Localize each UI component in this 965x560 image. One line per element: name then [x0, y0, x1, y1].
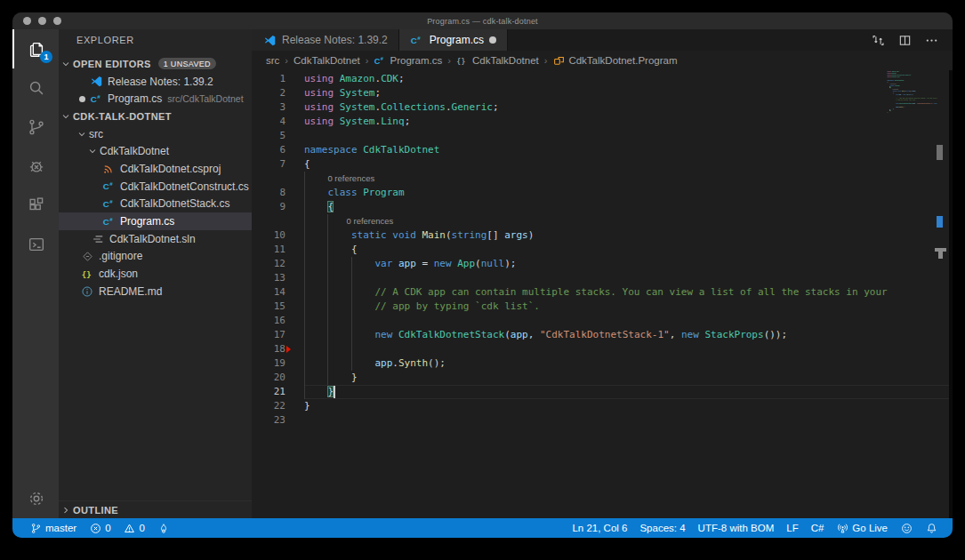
code-line-19[interactable]: 19app.Synth(); — [252, 356, 953, 371]
svg-text:#: # — [109, 216, 113, 221]
workspace-root-header[interactable]: CDK-TALK-DOTNET — [59, 108, 252, 125]
code-line-13[interactable]: 13 — [252, 271, 953, 285]
tree-file-cdktalkdotnet-csproj[interactable]: CdkTalkDotnet.csproj — [59, 160, 252, 178]
file-label: README.md — [99, 285, 162, 298]
tree-file-program-cs[interactable]: C#Program.cs — [59, 212, 252, 230]
vscode-logo-icon — [89, 75, 103, 89]
code-line-7[interactable]: 7{ — [252, 157, 953, 172]
outline-section-header[interactable]: OUTLINE — [59, 500, 252, 518]
split-editor-button[interactable] — [897, 33, 912, 47]
code-line-17[interactable]: 17new CdkTalkDotnetStack(app, "CdkTalkDo… — [252, 328, 953, 342]
svg-text:C: C — [102, 217, 109, 227]
tree-file-cdktalkdotnet-sln[interactable]: CdkTalkDotnet.sln — [59, 230, 252, 248]
file-label: CdkTalkDotnet.csproj — [120, 163, 221, 175]
status-git-branch[interactable]: master — [23, 518, 83, 538]
folder-label: src — [89, 128, 103, 140]
minimize-window-button[interactable] — [38, 17, 46, 25]
status-warnings[interactable]: 0 — [117, 518, 151, 538]
breadcrumb-item[interactable]: CdkTalkDotnet.Program — [552, 54, 677, 67]
code-line-6[interactable]: 6namespace CdkTalkDotnet — [252, 143, 953, 157]
dirty-indicator[interactable] — [489, 36, 496, 44]
status-feedback[interactable] — [894, 518, 919, 538]
code-line-18[interactable]: 18 — [252, 342, 953, 356]
line-content: } — [304, 399, 953, 413]
code-line-10[interactable]: 10static void Main(string[] args) — [252, 228, 953, 243]
code-line-16[interactable]: 16 — [252, 314, 953, 328]
line-content: app.Synth(); — [304, 356, 953, 371]
csproj-icon — [101, 162, 116, 176]
unsaved-badge: 1 UNSAVED — [158, 58, 216, 69]
code-line-5[interactable]: 5 — [252, 129, 953, 143]
status-flame[interactable] — [151, 518, 176, 538]
breadcrumb-item[interactable]: {}CdkTalkDotnet — [456, 54, 539, 67]
status-label: Ln 21, Col 6 — [572, 523, 627, 533]
activity-bar-item-explorer[interactable]: 1 — [12, 29, 59, 68]
code-line-20[interactable]: 20} — [252, 371, 953, 385]
tree-folder-src[interactable]: src — [59, 125, 252, 143]
breadcrumb-item[interactable]: CdkTalkDotnet — [294, 55, 360, 66]
code-line-4[interactable]: 4using System.Linq; — [252, 115, 953, 129]
status-label: LF — [786, 523, 798, 533]
overview-ruler[interactable] — [935, 70, 949, 518]
tab-label: Program.cs — [430, 34, 484, 46]
status-encoding[interactable]: UTF-8 with BOM — [692, 518, 781, 538]
codelens-row: 0 references — [252, 172, 953, 186]
status-label: Spaces: 4 — [639, 523, 685, 533]
code-line-1[interactable]: 1using Amazon.CDK; — [252, 72, 953, 86]
code-line-8[interactable]: 8class Program — [252, 186, 953, 200]
tree-folder-cdktalkdotnet[interactable]: CdkTalkDotnet — [59, 142, 252, 160]
line-number: 2 — [252, 86, 293, 100]
tree-file-readme-md[interactable]: README.md — [59, 283, 252, 300]
open-editors-section-header[interactable]: OPEN EDITORS1 UNSAVED — [59, 55, 252, 73]
tab-program-cs[interactable]: C#Program.cs — [399, 29, 508, 51]
code-line-3[interactable]: 3using System.Collections.Generic; — [252, 100, 953, 115]
tree-file-cdktalkdotnetstack-cs[interactable]: C#CdkTalkDotnetStack.cs — [59, 196, 252, 213]
code-line-11[interactable]: 11{ — [252, 243, 953, 257]
activity-bar-item-terminal[interactable] — [12, 225, 59, 264]
tab-bar: Release Notes: 1.39.2C#Program.cs — [252, 29, 953, 51]
code-line-21[interactable]: 21} — [252, 385, 953, 399]
svg-text:C: C — [411, 36, 417, 45]
status-cursor-position[interactable]: Ln 21, Col 6 — [566, 518, 633, 538]
tree-file-cdk-json[interactable]: {}cdk.json — [59, 265, 252, 283]
tree-file-cdktalkdotnetconstruct-cs[interactable]: C#CdkTalkDotnetConstruct.cs — [59, 178, 252, 196]
status-eol[interactable]: LF — [780, 518, 804, 538]
close-window-button[interactable] — [23, 17, 31, 25]
activity-bar-item-search[interactable] — [12, 68, 59, 108]
traffic-lights[interactable] — [23, 12, 61, 29]
open-editor-label: Release Notes: 1.39.2 — [108, 76, 213, 88]
status-language-mode[interactable]: C# — [805, 518, 831, 538]
tab-release-notes-1-39-2[interactable]: Release Notes: 1.39.2 — [252, 29, 399, 51]
line-content — [304, 314, 953, 328]
more-actions-button[interactable] — [924, 33, 938, 47]
breadcrumb-item[interactable]: C#Program.cs — [374, 54, 442, 67]
zoom-window-button[interactable] — [53, 17, 61, 25]
open-changes-button[interactable] — [871, 33, 885, 47]
line-content: new CdkTalkDotnetStack(app, "CdkTalkDotn… — [304, 328, 953, 342]
code-line-12[interactable]: 12var app = new App(null); — [252, 257, 953, 271]
ruler-marker — [938, 252, 943, 259]
status-indentation[interactable]: Spaces: 4 — [633, 518, 691, 538]
activity-bar-item-source-control[interactable] — [12, 108, 59, 147]
status-go-live[interactable]: Go Live — [830, 518, 894, 538]
activity-bar-item-debug[interactable] — [12, 147, 59, 186]
code-editor[interactable]: 1using Amazon.CDK;2using System;3using S… — [252, 70, 953, 518]
activity-bar-item-extensions[interactable] — [12, 186, 59, 225]
status-notifications[interactable] — [919, 518, 944, 538]
tree-file--gitignore[interactable]: .gitignore — [59, 248, 252, 266]
code-line-9[interactable]: 9{ — [252, 200, 953, 214]
code-line-15[interactable]: 15// app by typing `cdk list`. — [252, 300, 953, 314]
codelens-references[interactable]: 0 references — [304, 216, 393, 226]
code-line-23[interactable]: 23 — [252, 413, 953, 428]
line-content — [304, 342, 953, 356]
breadcrumb-item[interactable]: src — [266, 55, 279, 66]
code-line-2[interactable]: 2using System; — [252, 86, 953, 100]
code-line-14[interactable]: 14// A CDK app can contain multiple stac… — [252, 285, 953, 300]
activity-bar-item-settings[interactable] — [12, 479, 59, 518]
codelens-references[interactable]: 0 references — [304, 173, 374, 183]
open-editor-item[interactable]: C#Program.cssrc/CdkTalkDotnet — [59, 90, 252, 108]
code-line-22[interactable]: 22} — [252, 399, 953, 413]
line-content: { — [304, 157, 953, 172]
status-errors[interactable]: 0 — [83, 518, 117, 538]
open-editor-item[interactable]: Release Notes: 1.39.2 — [59, 73, 252, 91]
